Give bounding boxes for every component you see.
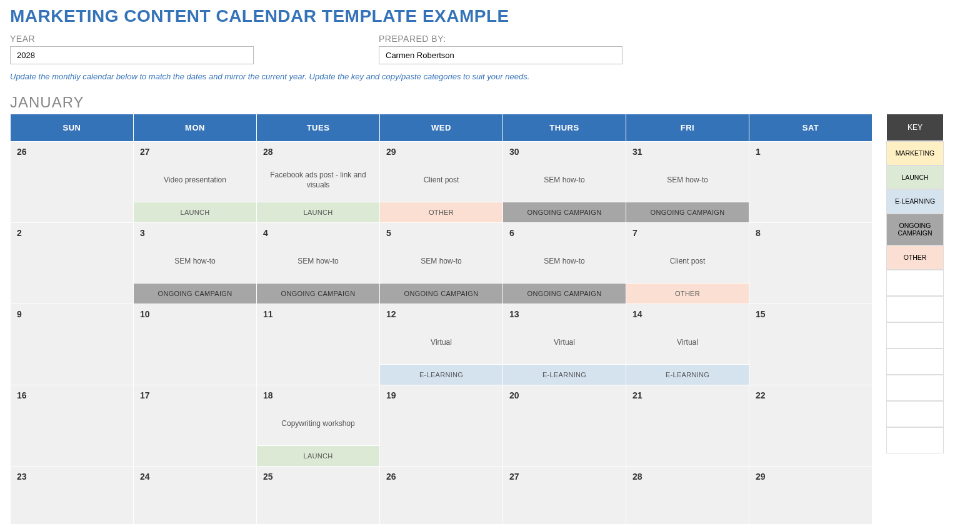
calendar-cell[interactable]: 19 [380, 385, 503, 467]
category-tag: OTHER [380, 202, 502, 222]
calendar-cell[interactable]: 11 [257, 304, 380, 385]
calendar-cell[interactable]: 10 [134, 304, 257, 385]
event-text: SEM how-to [503, 159, 626, 202]
calendar-cell[interactable]: 21 [626, 385, 749, 467]
day-number: 27 [503, 467, 626, 484]
category-tag: LAUNCH [257, 445, 379, 466]
calendar-cell[interactable]: 30SEM how-toONGOING CAMPAIGN [503, 142, 626, 223]
calendar-cell[interactable]: 25 [257, 467, 380, 525]
calendar-cell[interactable]: 28Facebook ads post - link and visualsLA… [257, 142, 380, 223]
category-tag: LAUNCH [134, 202, 256, 222]
day-number: 12 [380, 304, 502, 322]
day-header-row: SUNMONTUESWEDTHURSFRISAT [11, 114, 872, 142]
instructions-text: Update the monthly calendar below to mat… [10, 72, 970, 81]
event-text: SEM how-to [380, 240, 502, 283]
calendar-cell[interactable]: 17 [134, 385, 257, 467]
key-item: LAUNCH [886, 166, 944, 190]
day-header: SAT [749, 114, 872, 142]
calendar-cell[interactable]: 2 [11, 223, 134, 304]
key-blank [886, 349, 944, 375]
calendar-cell[interactable]: 26 [380, 467, 503, 525]
calendar-cell[interactable]: 28 [626, 467, 749, 525]
calendar-cell[interactable]: 26 [11, 142, 134, 223]
calendar-row: 2627Video presentationLAUNCH28Facebook a… [11, 142, 872, 223]
day-header: SUN [11, 114, 134, 142]
day-number: 6 [503, 223, 626, 240]
calendar-cell[interactable]: 27 [503, 467, 626, 525]
day-number: 13 [503, 304, 626, 322]
calendar-cell[interactable]: 6SEM how-toONGOING CAMPAIGN [503, 223, 626, 304]
calendar-cell[interactable]: 23 [11, 467, 134, 525]
day-number: 11 [257, 304, 379, 322]
calendar-cell[interactable]: 24 [134, 467, 257, 525]
calendar-cell[interactable]: 12VirtualE-LEARNING [380, 304, 503, 385]
calendar-cell[interactable]: 22 [749, 385, 872, 467]
calendar-cell[interactable]: 9 [11, 304, 134, 385]
prepared-input[interactable] [379, 46, 622, 64]
day-number: 8 [749, 223, 872, 240]
key-blank [886, 427, 944, 453]
calendar-cell[interactable]: 8 [749, 223, 872, 304]
key-item: ONGOING CAMPAIGN [886, 214, 944, 245]
day-number: 31 [626, 142, 749, 159]
calendar-row: 23SEM how-toONGOING CAMPAIGN4SEM how-toO… [11, 223, 872, 304]
day-number: 24 [134, 467, 256, 484]
calendar-cell[interactable]: 16 [11, 385, 134, 467]
key-panel: KEY MARKETINGLAUNCHE-LEARNINGONGOING CAM… [886, 114, 944, 453]
meta-row: YEAR PREPARED BY: [10, 34, 970, 64]
prepared-block: PREPARED BY: [379, 34, 622, 64]
key-items: MARKETINGLAUNCHE-LEARNINGONGOING CAMPAIG… [886, 141, 944, 453]
category-tag: E-LEARNING [380, 364, 502, 385]
day-number: 15 [749, 304, 872, 322]
category-tag: ONGOING CAMPAIGN [503, 202, 626, 222]
page-title: MARKETING CONTENT CALENDAR TEMPLATE EXAM… [10, 6, 970, 26]
category-tag: ONGOING CAMPAIGN [134, 283, 256, 304]
category-tag: LAUNCH [257, 202, 379, 222]
calendar-cell[interactable]: 31SEM how-toONGOING CAMPAIGN [626, 142, 749, 223]
event-text: SEM how-to [626, 159, 749, 202]
day-header: THURS [503, 114, 626, 142]
key-blank [886, 270, 944, 296]
day-number: 29 [380, 142, 502, 159]
day-number: 17 [134, 385, 256, 403]
day-number: 19 [380, 385, 502, 403]
day-header: FRI [626, 114, 749, 142]
day-number: 1 [749, 142, 872, 159]
calendar-cell[interactable]: 1 [749, 142, 872, 223]
calendar-cell[interactable]: 13VirtualE-LEARNING [503, 304, 626, 385]
key-header: KEY [886, 114, 944, 141]
day-number: 18 [257, 385, 379, 403]
calendar-row: 23242526272829 [11, 467, 872, 525]
calendar-cell[interactable]: 14VirtualE-LEARNING [626, 304, 749, 385]
calendar-cell[interactable]: 5SEM how-toONGOING CAMPAIGN [380, 223, 503, 304]
key-item: MARKETING [886, 141, 944, 166]
category-tag: OTHER [626, 283, 749, 304]
calendar-cell[interactable]: 29 [749, 467, 872, 525]
event-text: Client post [380, 159, 502, 202]
event-text: SEM how-to [257, 240, 379, 283]
calendar-cell[interactable]: 3SEM how-toONGOING CAMPAIGN [134, 223, 257, 304]
calendar-cell[interactable]: 18Copywriting workshopLAUNCH [257, 385, 380, 467]
key-blank [886, 322, 944, 349]
calendar-row: 9101112VirtualE-LEARNING13VirtualE-LEARN… [11, 304, 872, 385]
event-text: Virtual [626, 322, 749, 364]
day-number: 14 [626, 304, 749, 322]
day-number: 4 [257, 223, 379, 240]
calendar-cell[interactable]: 15 [749, 304, 872, 385]
calendar-cell[interactable]: 4SEM how-toONGOING CAMPAIGN [257, 223, 380, 304]
category-tag: ONGOING CAMPAIGN [626, 202, 749, 222]
day-header: MON [134, 114, 257, 142]
event-text: Video presentation [134, 159, 256, 202]
calendar-body: 2627Video presentationLAUNCH28Facebook a… [11, 142, 872, 525]
year-input[interactable] [10, 46, 254, 64]
calendar-cell[interactable]: 29Client postOTHER [380, 142, 503, 223]
category-tag: E-LEARNING [503, 364, 626, 385]
day-number: 2 [11, 223, 133, 240]
category-tag: ONGOING CAMPAIGN [380, 283, 502, 304]
calendar-cell[interactable]: 7Client postOTHER [626, 223, 749, 304]
day-header: TUES [257, 114, 380, 142]
calendar-cell[interactable]: 20 [503, 385, 626, 467]
calendar-cell[interactable]: 27Video presentationLAUNCH [134, 142, 257, 223]
day-number: 26 [380, 467, 502, 484]
day-number: 28 [257, 142, 379, 159]
